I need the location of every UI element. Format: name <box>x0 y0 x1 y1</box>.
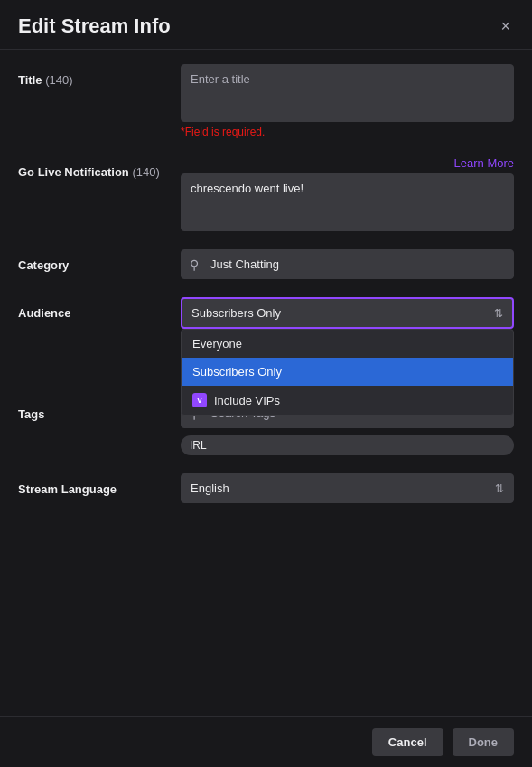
language-field-row: Stream Language English ⇅ <box>18 473 514 503</box>
audience-dropdown-menu: Everyone Subscribers Only V Include VIPs <box>181 329 514 416</box>
modal-footer: Cancel Done <box>0 716 532 767</box>
language-value: English <box>191 482 229 495</box>
notification-field-row: Go Live Notification (140) Learn More ch… <box>18 156 514 231</box>
modal-body: Title (140) *Field is required. Go Live … <box>0 50 532 716</box>
category-field-row: Category ⚲ <box>18 249 514 279</box>
done-button[interactable]: Done <box>453 728 515 756</box>
category-field-content: ⚲ <box>181 249 514 279</box>
notification-label: Go Live Notification (140) <box>18 156 181 179</box>
language-label: Stream Language <box>18 473 181 496</box>
notification-input[interactable]: chrescendo went live! <box>181 173 514 231</box>
close-button[interactable]: × <box>497 14 514 38</box>
audience-chevron-icon: ⇅ <box>494 307 503 320</box>
language-chevron-icon: ⇅ <box>495 482 504 495</box>
audience-field-row: Audience Subscribers Only ⇅ Everyone Sub… <box>18 297 514 380</box>
tag-chip-irl[interactable]: IRL <box>181 435 514 455</box>
audience-dropdown-wrap: Subscribers Only ⇅ Everyone Subscribers … <box>181 297 514 329</box>
audience-field-content: Subscribers Only ⇅ Everyone Subscribers … <box>181 297 514 380</box>
title-field-content: *Field is required. <box>181 64 514 138</box>
notification-field-content: Learn More chrescendo went live! <box>181 156 514 231</box>
notification-char-count: (140) <box>132 165 159 179</box>
title-error: *Field is required. <box>181 126 514 138</box>
learn-more-link[interactable]: Learn More <box>454 156 514 170</box>
edit-stream-info-modal: Edit Stream Info × Title (140) *Field is… <box>0 0 532 767</box>
modal-title: Edit Stream Info <box>18 14 171 38</box>
language-field-content: English ⇅ <box>181 473 514 503</box>
audience-selected-value: Subscribers Only <box>191 306 281 320</box>
dropdown-item-include-vips[interactable]: V Include VIPs <box>182 386 513 415</box>
title-field-row: Title (140) *Field is required. <box>18 64 514 138</box>
title-char-count: (140) <box>45 73 72 87</box>
dropdown-item-subscribers-only[interactable]: Subscribers Only <box>182 358 513 386</box>
learn-more-row: Learn More <box>181 156 514 170</box>
language-select-button[interactable]: English ⇅ <box>181 473 514 503</box>
category-search-wrap: ⚲ <box>181 249 514 279</box>
title-label: Title (140) <box>18 64 181 87</box>
category-input[interactable] <box>181 249 514 279</box>
cancel-button[interactable]: Cancel <box>372 728 443 756</box>
title-input[interactable] <box>181 64 514 122</box>
modal-header: Edit Stream Info × <box>0 0 532 50</box>
tags-label: Tags <box>18 398 181 421</box>
audience-label: Audience <box>18 297 181 320</box>
audience-select-button[interactable]: Subscribers Only ⇅ <box>181 297 514 329</box>
vip-icon: V <box>192 393 207 407</box>
dropdown-item-everyone[interactable]: Everyone <box>182 330 513 358</box>
category-label: Category <box>18 249 181 272</box>
language-select-wrap: English ⇅ <box>181 473 514 503</box>
